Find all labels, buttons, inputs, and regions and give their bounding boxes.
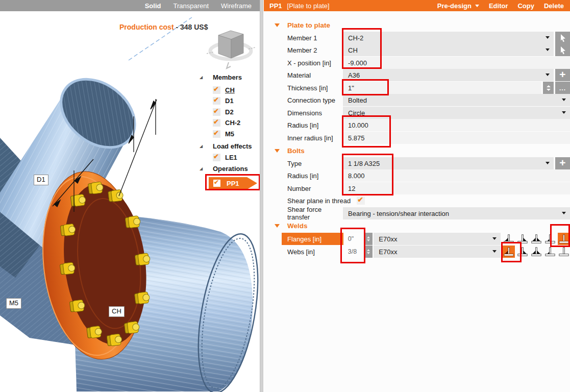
flanges-weld-spinner[interactable]: [365, 233, 373, 245]
weld-butt-icon[interactable]: [558, 246, 570, 258]
tree-item-m5[interactable]: M5: [200, 129, 234, 139]
checkbox-checked-icon[interactable]: [213, 180, 220, 187]
row-inner-radius: Inner radius [in] 5.875: [287, 132, 570, 144]
collapse-arrow-icon[interactable]: [275, 224, 280, 228]
spinner-up-icon[interactable]: [367, 249, 370, 251]
spinner-up-icon[interactable]: [547, 85, 551, 87]
webs-weld-size-input[interactable]: 3/8: [344, 246, 364, 258]
view-mode-solid[interactable]: Solid: [145, 2, 161, 10]
operation-properties-panel: Plate to plate Member 1 CH-2 Member 2 CH…: [264, 11, 570, 392]
navigation-cube-icon[interactable]: [207, 31, 255, 68]
weld-fillet-right-icon[interactable]: [516, 246, 529, 258]
weld-fillet-double-icon[interactable]: [530, 246, 542, 258]
pick-member-button[interactable]: [555, 32, 570, 44]
material-dropdown[interactable]: A36: [343, 69, 554, 81]
view-mode-toolbar: Solid Transparent Wireframe: [0, 0, 260, 11]
add-bolt-type-button[interactable]: +: [555, 157, 570, 169]
checkbox-checked-icon[interactable]: [213, 119, 220, 127]
model-label-ch: CH: [109, 306, 125, 317]
collapse-arrow-icon[interactable]: [275, 149, 280, 153]
bolt-number-input[interactable]: 12: [343, 182, 570, 194]
weld-fillet-partial-icon[interactable]: [544, 233, 556, 245]
row-member2: Member 2 CH: [287, 44, 570, 56]
predesign-dropdown[interactable]: Pre-design: [437, 2, 479, 10]
member2-dropdown[interactable]: CH: [343, 44, 554, 56]
3d-viewport[interactable]: Production cost - 348 US$ D1 M5 CH ◢ Mem…: [0, 11, 260, 392]
bolt-radius-input[interactable]: 8.000: [343, 169, 570, 182]
spinner-down-icon[interactable]: [367, 252, 370, 254]
section-header-welds[interactable]: Welds: [264, 220, 570, 231]
row-bolt-radius: Radius [in] 8.000: [287, 169, 570, 182]
thickness-input[interactable]: 1": [343, 82, 541, 94]
connection-type-dropdown[interactable]: Bolted: [343, 94, 570, 106]
collapse-arrow-icon[interactable]: [275, 23, 280, 27]
shear-plane-checkbox[interactable]: [357, 197, 365, 205]
checkbox-checked-icon[interactable]: [213, 130, 220, 138]
row-member1: Member 1 CH-2: [287, 32, 570, 44]
section-header-plate-to-plate[interactable]: Plate to plate: [264, 19, 570, 31]
checkbox-checked-icon[interactable]: [213, 86, 220, 94]
flanges-weld-size-input[interactable]: 0": [344, 233, 364, 245]
view-mode-wireframe[interactable]: Wireframe: [221, 2, 252, 10]
row-material: Material A36 +: [287, 69, 570, 81]
x-position-input[interactable]: -9.000: [343, 57, 570, 69]
flanges-electrode-dropdown[interactable]: E70xx: [374, 233, 501, 245]
tree-item-pp1-selected[interactable]: PP1: [209, 177, 257, 189]
webs-electrode-dropdown[interactable]: E70xx: [374, 246, 501, 258]
operation-header: PP1 [Plate to plate] Pre-design Editor C…: [264, 0, 570, 11]
bolt-type-dropdown[interactable]: 1 1/8 A325: [343, 157, 554, 169]
weld-fillet-right-icon[interactable]: [516, 233, 529, 245]
webs-weld-spinner[interactable]: [365, 246, 373, 258]
row-connection-type: Connection type Bolted: [287, 94, 570, 106]
tree-group-load-effects[interactable]: ◢ Load effects: [200, 141, 252, 151]
pick-member-button[interactable]: [555, 44, 570, 56]
editor-button[interactable]: Editor: [489, 2, 508, 10]
add-material-button[interactable]: +: [555, 69, 570, 81]
tree-item-le1[interactable]: LE1: [200, 152, 237, 162]
delete-button[interactable]: Delete: [544, 2, 564, 10]
inner-radius-input[interactable]: 5.875: [343, 132, 570, 144]
collapse-triangle-icon[interactable]: ◢: [200, 75, 205, 80]
tree-item-d1[interactable]: D1: [200, 95, 234, 106]
tree-group-members[interactable]: ◢ Members: [200, 72, 242, 82]
dimensions-dropdown[interactable]: Circle: [343, 107, 570, 119]
tree-item-d2[interactable]: D2: [200, 107, 234, 117]
collapse-triangle-icon[interactable]: ◢: [200, 144, 205, 149]
spinner-down-icon[interactable]: [367, 239, 370, 241]
copy-button[interactable]: Copy: [517, 2, 534, 10]
row-bolt-number: Number 12: [287, 182, 570, 194]
collapse-triangle-icon[interactable]: ◢: [200, 166, 205, 171]
row-weld-webs: Webs [in] 3/8 E70xx: [282, 246, 570, 258]
production-cost-label: Production cost: [119, 23, 174, 31]
row-shear-plane: Shear plane in thread: [287, 194, 570, 207]
spinner-down-icon[interactable]: [547, 89, 551, 91]
spinner-up-icon[interactable]: [367, 236, 370, 238]
checkbox-checked-icon[interactable]: [213, 108, 220, 116]
weld-butt-icon-selected[interactable]: [558, 233, 570, 245]
thickness-spinner[interactable]: [543, 82, 554, 94]
weld-fillet-left-icon-selected[interactable]: [503, 246, 515, 258]
shear-force-transfer-dropdown[interactable]: Bearing - tension/shear interaction: [343, 207, 570, 219]
cursor-arrow-icon: [559, 34, 567, 42]
tree-group-operations[interactable]: ◢ Operations: [200, 163, 248, 174]
radius-input[interactable]: 10.000: [343, 119, 570, 131]
model-label-d1: D1: [34, 175, 48, 185]
row-weld-flanges: Flanges [in] 0" E70xx: [282, 233, 570, 245]
row-x-position: X - position [in] -9.000: [287, 57, 570, 69]
checkbox-checked-icon[interactable]: [213, 97, 220, 105]
model-label-m5: M5: [6, 298, 21, 309]
weld-fillet-left-icon[interactable]: [503, 233, 515, 245]
row-shear-force: Shear force transfer Bearing - tension/s…: [287, 207, 570, 219]
flanges-weld-label[interactable]: Flanges [in]: [282, 233, 343, 245]
member1-dropdown[interactable]: CH-2: [343, 32, 554, 44]
tree-item-ch-2[interactable]: CH-2: [200, 117, 240, 128]
section-header-bolts[interactable]: Bolts: [264, 145, 570, 156]
weld-fillet-partial-icon[interactable]: [544, 246, 556, 258]
thickness-more-button[interactable]: ...: [555, 82, 570, 94]
checkbox-checked-icon[interactable]: [213, 154, 220, 161]
webs-weld-label[interactable]: Webs [in]: [282, 246, 343, 258]
view-mode-transparent[interactable]: Transparent: [173, 2, 209, 10]
panel-splitter[interactable]: [260, 0, 263, 392]
weld-fillet-double-icon[interactable]: [530, 233, 542, 245]
tree-item-ch[interactable]: CH: [200, 85, 235, 95]
